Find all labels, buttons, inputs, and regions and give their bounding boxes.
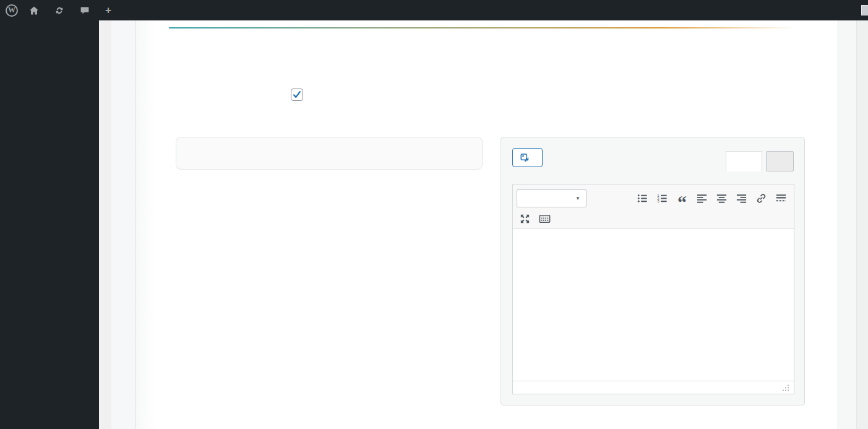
new-menu-item[interactable]: + <box>100 0 122 20</box>
wordpress-menu-item[interactable]: W <box>0 0 24 20</box>
editor-status-bar <box>513 381 794 394</box>
align-center-button[interactable] <box>713 190 730 207</box>
resize-grip-icon <box>781 384 789 392</box>
plus-icon: + <box>105 4 111 17</box>
media-icon <box>520 153 530 163</box>
content-gutter <box>99 20 111 429</box>
heading-input[interactable] <box>176 137 483 170</box>
read-more-button[interactable] <box>773 190 789 207</box>
fullscreen-icon <box>519 213 531 225</box>
link-button[interactable] <box>753 190 770 207</box>
user-avatar[interactable] <box>861 5 868 15</box>
panel-right-gutter <box>837 20 856 429</box>
wordpress-logo-icon: W <box>6 4 18 17</box>
scrollbar[interactable] <box>856 20 868 429</box>
home-icon <box>29 6 39 15</box>
align-left-button[interactable] <box>694 190 710 207</box>
fullscreen-button[interactable] <box>517 210 533 227</box>
bullet-list-button[interactable] <box>634 190 651 207</box>
wordpress-admin-page: W + <box>0 0 868 429</box>
keyboard-icon <box>539 213 551 225</box>
tinymce-editor: ▼ 123 “ <box>512 184 794 394</box>
toolbar-toggle-button[interactable] <box>536 210 553 227</box>
align-right-icon <box>736 193 747 204</box>
align-right-button[interactable] <box>733 190 750 207</box>
tab-visual[interactable] <box>726 151 762 171</box>
admin-sidebar <box>0 20 99 429</box>
editor-content-area[interactable] <box>513 230 794 381</box>
site-name-menu-item[interactable] <box>24 0 49 20</box>
align-left-icon <box>696 193 708 204</box>
numbered-list-button[interactable]: 123 <box>654 190 671 207</box>
italic-button[interactable] <box>614 190 631 207</box>
editor-toolbar: ▼ 123 “ <box>513 184 794 229</box>
enable-disclaimer-checkbox[interactable] <box>291 89 303 101</box>
checkmark-icon <box>293 90 301 99</box>
numbered-list-icon: 123 <box>656 193 668 204</box>
blockquote-button[interactable]: “ <box>674 190 690 207</box>
link-icon <box>755 193 767 204</box>
bullet-list-icon <box>637 193 648 204</box>
block-format-select[interactable]: ▼ <box>517 189 587 207</box>
resize-handle[interactable] <box>781 384 789 392</box>
wp-editor: ▼ 123 “ <box>501 137 805 405</box>
align-center-icon <box>716 193 728 204</box>
admin-bar: W + <box>0 0 868 20</box>
chevron-down-icon: ▼ <box>575 196 580 201</box>
add-media-button[interactable] <box>512 148 543 167</box>
updates-icon <box>54 6 64 15</box>
comments-menu-item[interactable] <box>74 0 100 20</box>
svg-text:3: 3 <box>657 199 660 203</box>
read-more-icon <box>775 193 787 204</box>
comment-bubble-icon <box>80 6 90 15</box>
tab-code[interactable] <box>766 151 794 171</box>
section-divider-rule <box>169 27 836 28</box>
updates-menu-item[interactable] <box>49 0 74 20</box>
panel-left-gutter <box>135 20 157 429</box>
settings-panel: ▼ 123 “ <box>157 20 837 429</box>
bold-button[interactable] <box>595 190 611 207</box>
content-gutter-light <box>111 20 135 429</box>
